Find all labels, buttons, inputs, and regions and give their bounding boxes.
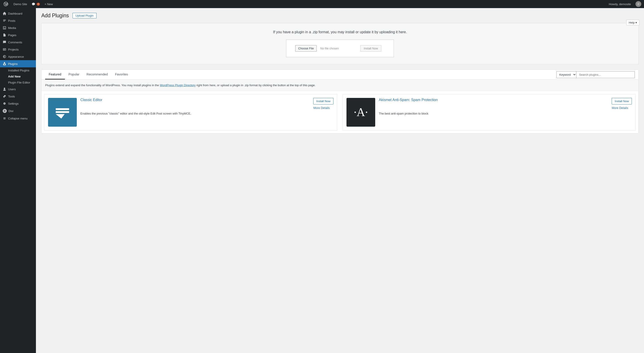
comments-bar-item[interactable]: 💬 0 — [32, 2, 40, 6]
classic-editor-content: Classic Editor Install Now More Details … — [80, 98, 334, 127]
sidebar-sub-add-new[interactable]: Add New — [0, 74, 36, 80]
sidebar-item-plugins[interactable]: Plugins — [0, 60, 36, 67]
sidebar-item-tools[interactable]: Tools — [0, 93, 36, 100]
sidebar-item-users[interactable]: Users — [0, 86, 36, 93]
svg-rect-1 — [56, 111, 69, 113]
plugin-card-classic-editor: Classic Editor Install Now More Details … — [44, 94, 337, 130]
howdy-text: Howdy, demosite — [609, 2, 631, 6]
akismet-excerpt: The best anti-spam protection to block — [379, 112, 632, 116]
upload-description: If you have a plugin in a .zip format, y… — [46, 30, 634, 34]
sidebar-sub-plugin-file-editor[interactable]: Plugin File Editor — [0, 80, 36, 86]
page-title: Add Plugins — [41, 12, 69, 19]
classic-editor-actions: Install Now More Details — [313, 98, 334, 110]
classic-editor-excerpt: Enables the previous "classic" editor an… — [80, 112, 334, 116]
keyword-select[interactable]: Keyword — [556, 71, 576, 78]
sidebar-item-media[interactable]: Media — [0, 24, 36, 32]
search-input[interactable] — [576, 71, 635, 78]
sidebar-item-posts[interactable]: Posts — [0, 17, 36, 24]
classic-editor-icon — [48, 98, 77, 127]
help-button[interactable]: Help ▾ — [626, 20, 640, 25]
admin-bar: Demo Site 💬 0 + New Howdy, demosite D — [0, 0, 644, 8]
akismet-more-details[interactable]: More Details — [612, 106, 628, 110]
layout: Dashboard Posts Media Pages Comments Pro… — [0, 8, 644, 353]
upload-section: If you have a plugin in a .zip format, y… — [41, 23, 638, 64]
akismet-icon: ·A· — [346, 98, 375, 127]
tab-recommended[interactable]: Recommended — [83, 70, 112, 80]
classic-editor-header: Classic Editor Install Now More Details — [80, 98, 334, 110]
tab-favorites[interactable]: Favorites — [112, 70, 132, 80]
classic-editor-more-details[interactable]: More Details — [313, 106, 330, 110]
no-file-text: No file chosen — [320, 47, 338, 50]
akismet-name[interactable]: Akismet Anti-Spam: Spam Protection — [379, 98, 438, 102]
tab-featured[interactable]: Featured — [45, 70, 65, 80]
sidebar-item-divi[interactable]: D Divi — [0, 107, 36, 115]
akismet-header: Akismet Anti-Spam: Spam Protection Insta… — [379, 98, 632, 110]
plugin-directory-link[interactable]: WordPress Plugin Directory — [160, 84, 196, 87]
choose-file-button[interactable]: Choose File — [295, 45, 316, 52]
plugins-tabs-area: Featured Popular Recommended Favorites K… — [41, 70, 638, 134]
classic-editor-name[interactable]: Classic Editor — [80, 98, 102, 102]
search-area: Keyword — [556, 71, 635, 78]
plugin-card-akismet: ·A· Akismet Anti-Spam: Spam Protection I… — [343, 94, 636, 130]
plugins-sub-menu: Installed Plugins Add New Plugin File Ed… — [0, 67, 36, 86]
sidebar-item-dashboard[interactable]: Dashboard — [0, 10, 36, 17]
classic-editor-install-button[interactable]: Install Now — [313, 98, 334, 104]
sidebar-item-settings[interactable]: Settings — [0, 100, 36, 107]
avatar[interactable]: D — [636, 1, 641, 7]
sidebar-item-comments[interactable]: Comments — [0, 38, 36, 46]
tabs-row: Featured Popular Recommended Favorites K… — [42, 70, 638, 80]
plugins-description: Plugins extend and expand the functional… — [42, 80, 638, 92]
page-header: Add Plugins Upload Plugin — [41, 12, 638, 19]
akismet-install-button[interactable]: Install Now — [612, 98, 632, 104]
akismet-actions: Install Now More Details — [612, 98, 632, 110]
collapse-menu-btn[interactable]: Collapse menu — [0, 115, 36, 122]
sidebar-item-pages[interactable]: Pages — [0, 32, 36, 38]
upload-box: Choose File No file chosen Install Now — [286, 40, 394, 57]
akismet-content: Akismet Anti-Spam: Spam Protection Insta… — [379, 98, 632, 127]
new-item-bar[interactable]: + New — [44, 2, 53, 6]
tab-popular[interactable]: Popular — [65, 70, 83, 80]
svg-rect-0 — [56, 108, 69, 110]
svg-marker-2 — [56, 114, 65, 118]
plugin-cards: Classic Editor Install Now More Details … — [42, 92, 638, 133]
sidebar-sub-installed-plugins[interactable]: Installed Plugins — [0, 67, 36, 74]
upload-plugin-button[interactable]: Upload Plugin — [72, 13, 96, 18]
wp-logo[interactable] — [3, 1, 9, 7]
sidebar-item-appearance[interactable]: Appearance — [0, 53, 36, 60]
sidebar: Dashboard Posts Media Pages Comments Pro… — [0, 8, 36, 353]
site-name[interactable]: Demo Site — [14, 2, 27, 6]
main-content: Help ▾ Add Plugins Upload Plugin If you … — [36, 8, 644, 353]
sidebar-item-projects[interactable]: Projects — [0, 46, 36, 53]
upload-install-now-button[interactable]: Install Now — [360, 45, 382, 52]
